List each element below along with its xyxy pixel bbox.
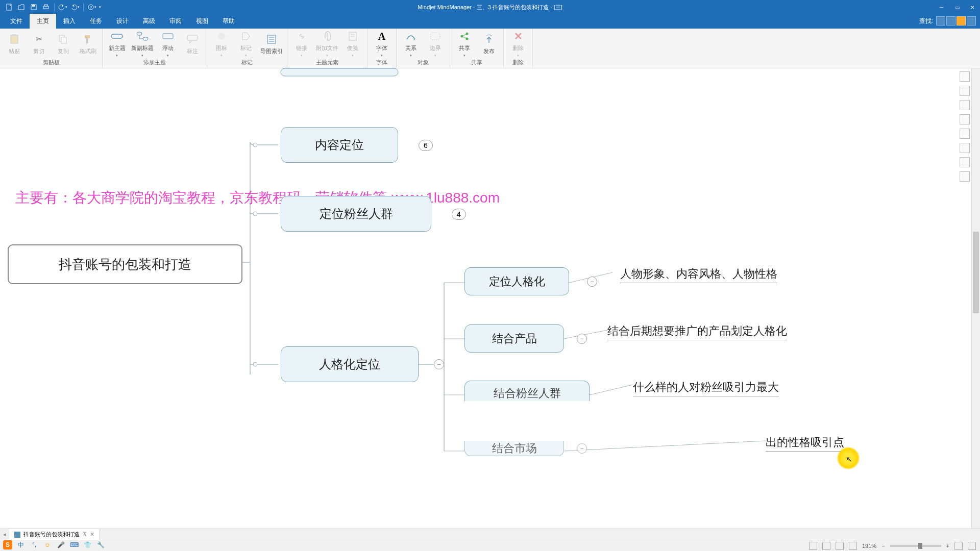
share-button[interactable]: 共享▾: [454, 30, 475, 58]
sogou-icon[interactable]: S: [3, 540, 12, 549]
ime-skin-icon[interactable]: 👕: [83, 540, 92, 549]
doctab-close-icon[interactable]: ✕: [90, 531, 94, 538]
status-icon-5[interactable]: [954, 542, 963, 550]
tab-advanced[interactable]: 高级: [136, 14, 162, 29]
object-group-label: 对象: [401, 58, 446, 67]
tab-help[interactable]: 帮助: [215, 14, 242, 29]
new-topic-button[interactable]: 新主题▾: [107, 30, 127, 58]
status-icon-1[interactable]: [809, 542, 817, 550]
mindmap-node-persona-pos[interactable]: 定位人格化: [464, 267, 569, 295]
zoom-slider[interactable]: [890, 545, 941, 547]
help-icon[interactable]: ?▾: [87, 2, 97, 12]
document-tab-label: 抖音账号的包装和打造: [23, 531, 80, 538]
zoom-handle[interactable]: [918, 543, 922, 549]
tag-icon: [239, 30, 253, 43]
ime-keyboard-icon[interactable]: ⌨: [69, 540, 79, 549]
mindmap-leaf-product[interactable]: 结合后期想要推广的产品划定人格化: [607, 323, 787, 340]
paste-button[interactable]: 粘贴: [4, 33, 24, 55]
collapse-toggle[interactable]: −: [577, 334, 587, 344]
ribbon: 粘贴 ✂剪切 复制 格式刷 剪贴板 新主题▾ 新副标题▾ 浮动▾ 标注 添加主题…: [0, 29, 980, 68]
ime-tool-icon[interactable]: 🔧: [96, 540, 105, 549]
ime-lang-icon[interactable]: 中: [16, 540, 26, 549]
document-tab[interactable]: 抖音账号的包装和打造 ⊼ ✕: [9, 529, 100, 540]
status-icon-3[interactable]: [836, 542, 844, 550]
minimize-button[interactable]: ─: [934, 0, 949, 14]
format-painter-button[interactable]: 格式刷: [78, 33, 98, 55]
window-title: Mindjet MindManager - 三、3 抖音账号的包装和打造 - […: [418, 4, 562, 11]
new-subtopic-button[interactable]: 新副标题▾: [131, 30, 154, 58]
zoom-out-icon[interactable]: −: [881, 543, 885, 549]
tag-button[interactable]: 标记▾: [236, 30, 256, 58]
view-toggle-3[interactable]: [957, 16, 966, 26]
callout-button[interactable]: 标注: [182, 33, 203, 55]
link-button[interactable]: 链接▾: [291, 30, 312, 58]
node-badge-6[interactable]: 6: [419, 140, 433, 151]
floating-icon: [161, 30, 175, 43]
tab-design[interactable]: 设计: [109, 14, 136, 29]
ime-mic-icon[interactable]: 🎤: [56, 540, 65, 549]
delete-icon: ✕: [511, 30, 525, 43]
tab-home[interactable]: 主页: [30, 14, 56, 29]
status-icon-6[interactable]: [968, 542, 976, 550]
floating-button[interactable]: 浮动▾: [158, 30, 178, 58]
ime-punct-icon[interactable]: °,: [30, 540, 39, 549]
mindmap-node-market[interactable]: 结合市场: [464, 441, 564, 456]
tab-insert[interactable]: 插入: [56, 14, 83, 29]
note-button[interactable]: 便笺▾: [342, 30, 363, 58]
tab-review[interactable]: 审阅: [162, 14, 189, 29]
mindmap-node-product[interactable]: 结合产品: [464, 324, 564, 353]
view-toggle-4[interactable]: [967, 16, 976, 26]
collapse-toggle[interactable]: −: [587, 277, 597, 287]
relation-button[interactable]: 关系▾: [401, 30, 421, 58]
view-toggle-1[interactable]: [936, 16, 945, 26]
mindmap-node-fansgroup[interactable]: 结合粉丝人群: [464, 381, 590, 401]
share-group-label: 共享: [454, 58, 499, 67]
tab-task[interactable]: 任务: [83, 14, 109, 29]
mindmap-leaf-persona-pos[interactable]: 人物形象、内容风格、人物性格: [620, 266, 777, 283]
doctab-pin-icon[interactable]: ⊼: [83, 531, 87, 538]
open-file-icon[interactable]: [16, 2, 27, 12]
status-icon-4[interactable]: [849, 542, 857, 550]
scrollbar-thumb[interactable]: [973, 232, 979, 313]
boundary-button[interactable]: 边界▾: [425, 30, 446, 58]
mindmap-node-persona[interactable]: 人格化定位: [281, 346, 419, 382]
mindmap-root[interactable]: 抖音账号的包装和打造: [8, 244, 242, 284]
ime-emoji-icon[interactable]: ☺: [43, 540, 52, 549]
new-file-icon[interactable]: [4, 2, 14, 12]
mindmap-node-fans[interactable]: 定位粉丝人群: [281, 196, 431, 232]
icon-button[interactable]: 图标▾: [211, 30, 232, 58]
copy-button[interactable]: 复制: [53, 33, 74, 55]
mindmap-node-content[interactable]: 内容定位: [281, 127, 398, 163]
view-toggle-2[interactable]: [946, 16, 955, 26]
publish-button[interactable]: 发布: [479, 33, 499, 55]
mindmap-leaf-fansgroup[interactable]: 什么样的人对粉丝吸引力最大: [633, 380, 779, 396]
font-button[interactable]: A字体▾: [372, 30, 392, 58]
mindmap-leaf-market[interactable]: 出的性格吸引点: [766, 435, 844, 452]
maximize-button[interactable]: ▭: [949, 0, 965, 14]
save-icon[interactable]: [29, 2, 39, 12]
collapse-toggle[interactable]: −: [434, 359, 444, 369]
doctab-nav-left[interactable]: ◂: [0, 531, 9, 538]
map-index-button[interactable]: 导图索引: [260, 33, 283, 55]
svg-rect-4: [44, 5, 47, 6]
callout-icon: [186, 33, 199, 46]
print-icon[interactable]: [41, 2, 51, 12]
svg-point-27: [461, 35, 463, 38]
status-icon-2[interactable]: [822, 542, 830, 550]
zoom-in-icon[interactable]: +: [946, 543, 949, 549]
canvas-area[interactable]: 主要有：各大商学院的淘宝教程，京东教程码，营销软件等-www.1lu888.co…: [0, 68, 980, 531]
zoom-level[interactable]: 191%: [862, 543, 876, 549]
tab-file[interactable]: 文件: [3, 14, 30, 29]
redo-icon[interactable]: ▾: [70, 2, 80, 12]
delete-button[interactable]: ✕删除▾: [508, 30, 528, 58]
attach-button[interactable]: 附加文件▾: [316, 30, 338, 58]
undo-icon[interactable]: ▾: [58, 2, 68, 12]
node-badge-4[interactable]: 4: [452, 209, 466, 220]
tab-view[interactable]: 视图: [189, 14, 215, 29]
cut-button[interactable]: ✂剪切: [29, 33, 49, 55]
close-button[interactable]: ✕: [965, 0, 980, 14]
root-label: 抖音账号的包装和打造: [59, 256, 191, 273]
svg-rect-8: [12, 34, 16, 36]
vertical-scrollbar[interactable]: [971, 68, 980, 531]
collapse-toggle[interactable]: −: [577, 443, 587, 454]
